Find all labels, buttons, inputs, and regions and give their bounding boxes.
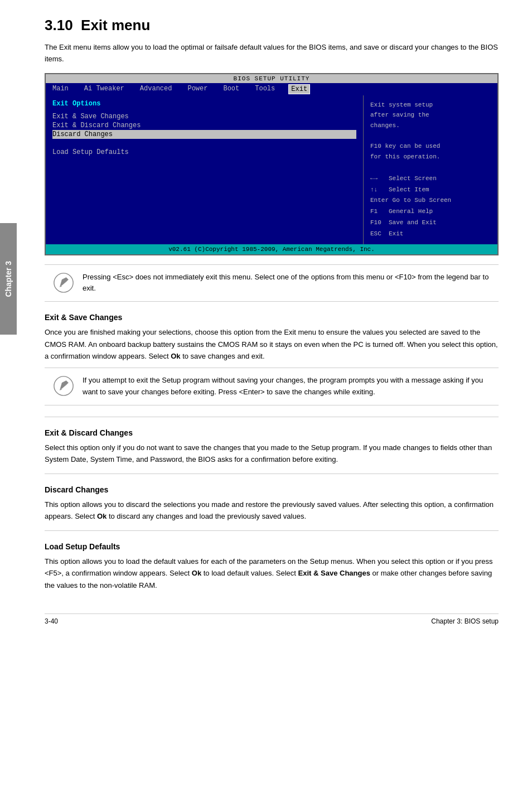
bios-menu-tools[interactable]: Tools — [253, 84, 277, 94]
heading-exit-discard: Exit & Discard Changes — [45, 428, 499, 437]
bios-option-spacer — [52, 139, 356, 148]
key-enter: Enter Go to Sub Screen — [370, 195, 491, 206]
bios-menu-main[interactable]: Main — [50, 84, 71, 94]
bios-menu-boot[interactable]: Boot — [221, 84, 241, 94]
bios-menu-power[interactable]: Power — [185, 84, 210, 94]
key-f1: F1 General Help — [370, 206, 491, 218]
chapter-sidebar: Chapter 3 — [0, 223, 17, 335]
bios-titlebar: BIOS SETUP UTILITY — [46, 74, 497, 83]
body-load-defaults: This option allows you to load the defau… — [45, 555, 499, 591]
bios-section-header: Exit Options — [52, 100, 356, 108]
bios-key-legend: ←→ Select Screen ↑↓ Select Item Enter Go… — [370, 173, 491, 240]
note-box-2: If you attempt to exit the Setup program… — [45, 368, 499, 405]
key-esc: ESC Exit — [370, 229, 491, 240]
divider-2 — [45, 474, 499, 474]
bios-ui-box: BIOS SETUP UTILITY Main Ai Tweaker Advan… — [45, 73, 499, 255]
chapter-label: Chapter 3 — [4, 261, 13, 297]
footer-left: 3-40 — [45, 617, 58, 625]
section-exit-discard: Exit & Discard Changes Select this optio… — [45, 428, 499, 466]
heading-load-defaults: Load Setup Defaults — [45, 542, 499, 551]
note-box-1: Pressing <Esc> does not immediately exit… — [45, 264, 499, 302]
note-text-2: If you attempt to exit the Setup program… — [83, 375, 491, 398]
intro-text: The Exit menu items allow you to load th… — [45, 42, 499, 65]
bios-left-panel: Exit Options Exit & Save Changes Exit & … — [46, 95, 364, 244]
bios-menu-advanced[interactable]: Advanced — [138, 84, 175, 94]
body-exit-save: Once you are finished making your select… — [45, 326, 499, 362]
section-discard-changes: Discard Changes This option allows you t… — [45, 485, 499, 523]
section-title: 3.10 Exit menu — [45, 17, 499, 34]
key-select-screen: ←→ Select Screen — [370, 173, 491, 185]
section-load-defaults: Load Setup Defaults This option allows y… — [45, 542, 499, 591]
bios-option-exit-discard[interactable]: Exit & Discard Changes — [52, 121, 356, 130]
divider-1 — [45, 417, 499, 417]
bios-right-panel: Exit system setup after saving the chang… — [364, 95, 497, 244]
note-icon-1 — [52, 272, 75, 294]
key-select-item: ↑↓ Select Item — [370, 185, 491, 196]
bios-help-text: Exit system setup after saving the chang… — [370, 100, 491, 162]
bios-option-exit-save[interactable]: Exit & Save Changes — [52, 112, 356, 121]
page-footer: 3-40 Chapter 3: BIOS setup — [45, 613, 499, 625]
bios-option-discard[interactable]: Discard Changes — [52, 130, 356, 139]
footer-right: Chapter 3: BIOS setup — [431, 617, 499, 625]
heading-discard-changes: Discard Changes — [45, 485, 499, 494]
key-f10: F10 Save and Exit — [370, 218, 491, 229]
body-discard-changes: This option allows you to discard the se… — [45, 499, 499, 523]
bios-footer: v02.61 (C)Copyright 1985-2009, American … — [46, 244, 497, 254]
bios-menu-exit[interactable]: Exit — [288, 84, 310, 94]
bios-option-load-defaults[interactable]: Load Setup Defaults — [52, 148, 356, 157]
bios-body: Exit Options Exit & Save Changes Exit & … — [46, 95, 497, 244]
heading-exit-save: Exit & Save Changes — [45, 313, 499, 322]
section-exit-save: Exit & Save Changes Once you are finishe… — [45, 313, 499, 405]
bios-menubar: Main Ai Tweaker Advanced Power Boot Tool… — [46, 83, 497, 95]
bios-menu-ai-tweaker[interactable]: Ai Tweaker — [82, 84, 127, 94]
divider-3 — [45, 530, 499, 531]
note-text-1: Pressing <Esc> does not immediately exit… — [83, 272, 491, 295]
body-exit-discard: Select this option only if you do not wa… — [45, 442, 499, 466]
note-icon-2 — [52, 375, 75, 397]
